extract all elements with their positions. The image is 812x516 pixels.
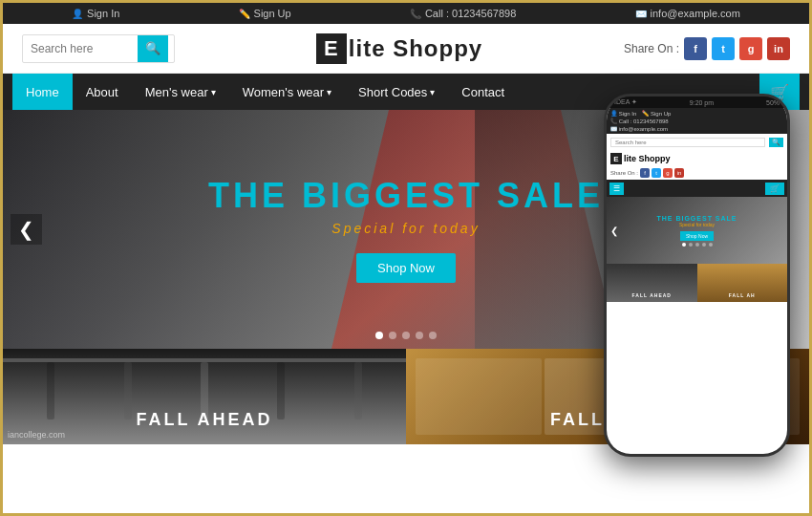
logo-text: lite Shoppy <box>349 35 482 62</box>
phone-nav: ☰ 🛒 <box>607 180 787 197</box>
phone-logo: E lite Shoppy <box>607 151 787 166</box>
phone-logo-letter: E <box>610 153 622 164</box>
phone-hero-dots <box>656 243 737 247</box>
email-text: info@example.com <box>651 8 740 19</box>
user-icon: 👤 <box>72 9 83 19</box>
googleplus-button[interactable]: g <box>739 37 762 60</box>
phone-share: Share On : f t g in <box>607 166 787 180</box>
dot-4[interactable] <box>416 332 423 339</box>
phone-thumbnails: FALL AHEAD FALL AH <box>607 264 787 302</box>
phone-topbar: 👤 Sign In ✏️ Sign Up 📞 Call : 0123456789… <box>607 108 787 134</box>
phone-hero-subtitle: Special for today <box>656 222 737 227</box>
nav-item-about[interactable]: About <box>73 74 132 110</box>
thumbnail-1-watermark: iancollege.com <box>8 430 65 440</box>
nav-item-womens-wear[interactable]: Women's wear ▾ <box>229 74 345 110</box>
nav-item-short-codes[interactable]: Short Codes ▾ <box>345 74 448 110</box>
search-input[interactable] <box>23 42 138 55</box>
phone-search-input[interactable] <box>610 138 765 147</box>
phone-shop-button[interactable]: Shop Now <box>680 231 714 241</box>
top-bar: 👤 Sign In ✏️ Sign Up 📞 Call : 0123456789… <box>3 3 809 24</box>
phone-header: 🔍 <box>607 134 787 151</box>
phone-hero-title: THE BIGGEST SALE <box>656 215 737 222</box>
phone-status-bar: IDEA ✦ 9:20 pm 50% <box>607 97 787 108</box>
signup-text: Sign Up <box>254 8 291 19</box>
share-label: Share On : <box>624 42 679 55</box>
dot-1[interactable] <box>375 332 383 339</box>
phone-thumb-1[interactable]: FALL AHEAD <box>607 264 697 302</box>
phone-li[interactable]: in <box>674 168 684 178</box>
phone-text: Call : 01234567898 <box>425 8 516 19</box>
thumbnail-1[interactable]: FALL AHEAD iancollege.com <box>3 349 406 444</box>
dot-5[interactable] <box>429 332 437 339</box>
dropdown-arrow-womens: ▾ <box>327 87 331 97</box>
site-logo: E lite Shoppy <box>316 33 482 64</box>
nav-item-contact[interactable]: Contact <box>448 74 518 110</box>
edit-icon: ✏️ <box>239 9 250 19</box>
phone-hamburger-button[interactable]: ☰ <box>609 183 624 195</box>
search-icon: 🔍 <box>145 41 160 55</box>
signin-link[interactable]: 👤 Sign In <box>72 8 119 19</box>
phone-logo-text: lite Shoppy <box>624 154 671 163</box>
dot-3[interactable] <box>402 332 410 339</box>
signup-link[interactable]: ✏️ Sign Up <box>239 8 291 19</box>
phone-search-button[interactable]: 🔍 <box>769 138 783 147</box>
phone-thumb-1-label: FALL AHEAD <box>632 292 672 298</box>
phone-info: 📞 Call : 01234567898 <box>410 8 516 19</box>
search-box[interactable]: 🔍 <box>22 34 175 63</box>
twitter-button[interactable]: t <box>712 37 735 60</box>
phone-cart-button[interactable]: 🛒 <box>765 183 784 195</box>
phone-hero: ❮ THE BIGGEST SALE Special for today Sho… <box>607 197 787 264</box>
email-icon: ✉️ <box>635 9 647 19</box>
share-section: Share On : f t g in <box>624 37 790 60</box>
linkedin-button[interactable]: in <box>767 37 790 60</box>
thumbnail-1-label: FALL AHEAD <box>3 410 406 430</box>
phone-frame: IDEA ✦ 9:20 pm 50% 👤 Sign In ✏️ Sign Up … <box>604 94 790 457</box>
phone-gp[interactable]: g <box>663 168 673 178</box>
dropdown-arrow-mens: ▾ <box>211 87 216 97</box>
facebook-button[interactable]: f <box>684 37 707 60</box>
phone-fb[interactable]: f <box>640 168 650 178</box>
hero-dots <box>375 332 437 339</box>
search-button[interactable]: 🔍 <box>138 34 168 63</box>
signin-text: Sign In <box>87 8 119 19</box>
phone-icon: 📞 <box>410 9 421 19</box>
logo-letter: E <box>316 33 347 64</box>
email-info: ✉️ info@example.com <box>635 8 740 19</box>
header: 🔍 E lite Shoppy Share On : f t g in <box>3 24 809 74</box>
nav-item-mens-wear[interactable]: Men's wear ▾ <box>132 74 229 110</box>
phone-hero-text: THE BIGGEST SALE Special for today Shop … <box>656 215 737 247</box>
hero-prev-button[interactable]: ❮ <box>11 214 42 245</box>
dropdown-arrow-short-codes: ▾ <box>430 87 435 97</box>
shop-now-button[interactable]: Shop Now <box>356 253 456 283</box>
phone-screen: 👤 Sign In ✏️ Sign Up 📞 Call : 0123456789… <box>607 108 787 454</box>
phone-thumb-2-label: FALL AH <box>729 292 756 298</box>
phone-hero-arrow[interactable]: ❮ <box>610 226 618 236</box>
dot-2[interactable] <box>389 332 396 339</box>
phone-mockup: IDEA ✦ 9:20 pm 50% 👤 Sign In ✏️ Sign Up … <box>604 94 790 457</box>
phone-thumb-2[interactable]: FALL AH <box>697 264 788 302</box>
phone-tw[interactable]: t <box>652 168 661 178</box>
nav-item-home[interactable]: Home <box>12 74 73 110</box>
